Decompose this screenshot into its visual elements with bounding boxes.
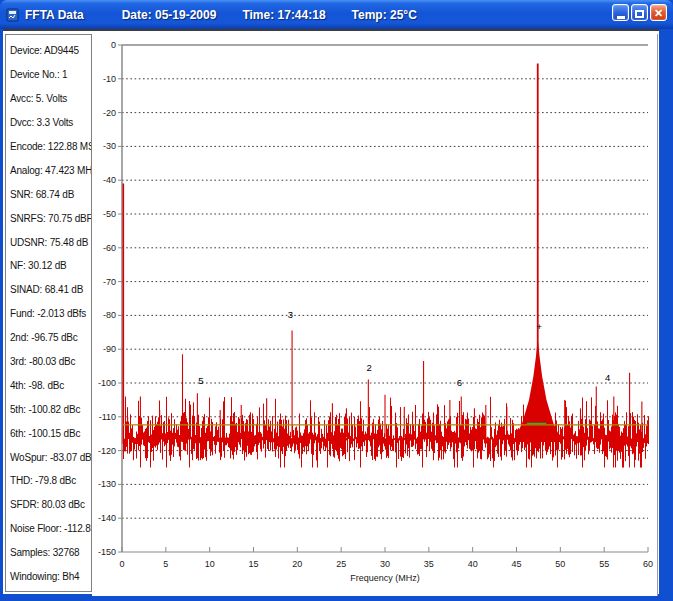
titlebar-temp: Temp: 25°C bbox=[352, 8, 417, 22]
x-tick-label: 55 bbox=[599, 559, 609, 569]
minimize-button[interactable] bbox=[612, 4, 629, 21]
x-tick-label: 30 bbox=[380, 559, 390, 569]
sidebar-row: Windowing: Bh4 bbox=[10, 565, 91, 589]
minimize-icon bbox=[617, 16, 625, 19]
x-tick-label: 5 bbox=[163, 559, 168, 569]
sidebar-row: Samples: 32768 bbox=[10, 541, 91, 565]
chart-panel: 0-10-20-30-40-50-60-70-80-90-100-110-120… bbox=[92, 34, 658, 596]
maximize-icon bbox=[635, 10, 644, 18]
y-tick-label: -20 bbox=[103, 108, 116, 118]
y-tick-label: -50 bbox=[103, 209, 116, 219]
fft-plot: 0-10-20-30-40-50-60-70-80-90-100-110-120… bbox=[92, 34, 658, 596]
harmonic-label: 6 bbox=[457, 377, 462, 388]
sidebar-row: SFDR: 80.03 dBc bbox=[10, 493, 91, 517]
x-tick-label: 45 bbox=[511, 559, 521, 569]
close-icon: ✕ bbox=[654, 7, 663, 19]
app-window: FFTA Data Date: 05-19-2009 Time: 17:44:1… bbox=[0, 0, 673, 601]
y-tick-label: -40 bbox=[103, 175, 116, 185]
sidebar-row: THD: -79.8 dBc bbox=[10, 469, 91, 493]
y-tick-label: 0 bbox=[111, 40, 116, 50]
sidebar-row: 3rd: -80.03 dBc bbox=[10, 350, 91, 374]
sidebar-row: Noise Floor: -112.89 dBFS bbox=[10, 517, 91, 541]
fundamental-spike bbox=[513, 64, 562, 443]
y-tick-label: -110 bbox=[99, 412, 116, 422]
y-tick-label: -130 bbox=[98, 479, 116, 489]
y-tick-label: -90 bbox=[103, 344, 116, 354]
client-area: Device: AD9445Device No.: 1Avcc: 5. Volt… bbox=[3, 29, 659, 594]
sidebar-row: Analog: 47.423 MHz bbox=[10, 158, 91, 182]
close-button[interactable]: ✕ bbox=[650, 4, 667, 21]
x-tick-label: 20 bbox=[292, 559, 302, 569]
x-axis-title: Frequency (MHz) bbox=[350, 573, 420, 583]
y-axis-labels: 0-10-20-30-40-50-60-70-80-90-100-110-120… bbox=[98, 40, 122, 557]
harmonic-label: 5 bbox=[198, 375, 203, 386]
harmonic-label: 4 bbox=[605, 372, 610, 383]
sidebar-row: SINAD: 68.41 dB bbox=[10, 278, 91, 302]
sidebar-row: NF: 30.12 dB bbox=[10, 254, 91, 278]
x-tick-label: 25 bbox=[336, 559, 346, 569]
sidebar-row: 2nd: -96.75 dBc bbox=[10, 326, 91, 350]
sidebar-row: WoSpur: -83.07 dBc + bbox=[10, 445, 91, 469]
axes bbox=[122, 45, 648, 552]
harmonic-labels: 53264+ bbox=[198, 309, 610, 388]
titlebar-date: Date: 05-19-2009 bbox=[122, 8, 217, 22]
x-tick-label: 35 bbox=[424, 559, 434, 569]
sidebar-row: 6th: -100.15 dBc bbox=[10, 421, 91, 445]
x-tick-label: 40 bbox=[468, 559, 478, 569]
harmonic-label: 2 bbox=[367, 362, 372, 373]
sidebar-row: Dvcc: 3.3 Volts bbox=[10, 111, 91, 135]
titlebar[interactable]: FFTA Data Date: 05-19-2009 Time: 17:44:1… bbox=[0, 0, 673, 29]
window-controls: ✕ bbox=[612, 4, 667, 21]
sidebar-row: Avcc: 5. Volts bbox=[10, 87, 91, 111]
y-tick-label: -30 bbox=[103, 141, 116, 151]
x-tick-label: 10 bbox=[205, 559, 215, 569]
x-tick-label: 60 bbox=[643, 559, 653, 569]
y-tick-label: -60 bbox=[103, 243, 116, 253]
sidebar-row: UDSNR: 75.48 dB bbox=[10, 230, 91, 254]
sidebar-row: SNR: 68.74 dB bbox=[10, 182, 91, 206]
sidebar-row: SNRFS: 70.75 dBFS bbox=[10, 206, 91, 230]
harmonic-label: 3 bbox=[288, 309, 293, 320]
harmonic-label: + bbox=[537, 321, 543, 332]
y-tick-label: -100 bbox=[98, 378, 116, 388]
noise-floor-trace bbox=[124, 397, 649, 468]
y-tick-label: -80 bbox=[103, 310, 116, 320]
sidebar-row: 4th: -98. dBc bbox=[10, 373, 91, 397]
x-tick-label: 50 bbox=[555, 559, 565, 569]
x-tick-label: 0 bbox=[119, 559, 124, 569]
stats-sidebar: Device: AD9445Device No.: 1Avcc: 5. Volt… bbox=[5, 34, 92, 592]
sidebar-row: Encode: 122.88 MSPS bbox=[10, 135, 91, 159]
y-tick-label: -70 bbox=[103, 277, 116, 287]
maximize-button[interactable] bbox=[631, 4, 648, 21]
dc-spike bbox=[123, 184, 127, 444]
titlebar-time: Time: 17:44:18 bbox=[242, 8, 325, 22]
y-tick-label: -150 bbox=[98, 547, 116, 557]
window-title: FFTA Data bbox=[25, 8, 84, 22]
y-tick-label: -120 bbox=[98, 446, 116, 456]
x-tick-label: 15 bbox=[248, 559, 258, 569]
sidebar-row: Fund: -2.013 dBfs bbox=[10, 302, 91, 326]
app-icon bbox=[6, 8, 20, 22]
y-tick-label: -10 bbox=[103, 74, 116, 84]
sidebar-row: Device No.: 1 bbox=[10, 63, 91, 87]
y-tick-label: -140 bbox=[98, 513, 116, 523]
sidebar-row: 5th: -100.82 dBc bbox=[10, 397, 91, 421]
sidebar-row: Device: AD9445 bbox=[10, 39, 91, 63]
